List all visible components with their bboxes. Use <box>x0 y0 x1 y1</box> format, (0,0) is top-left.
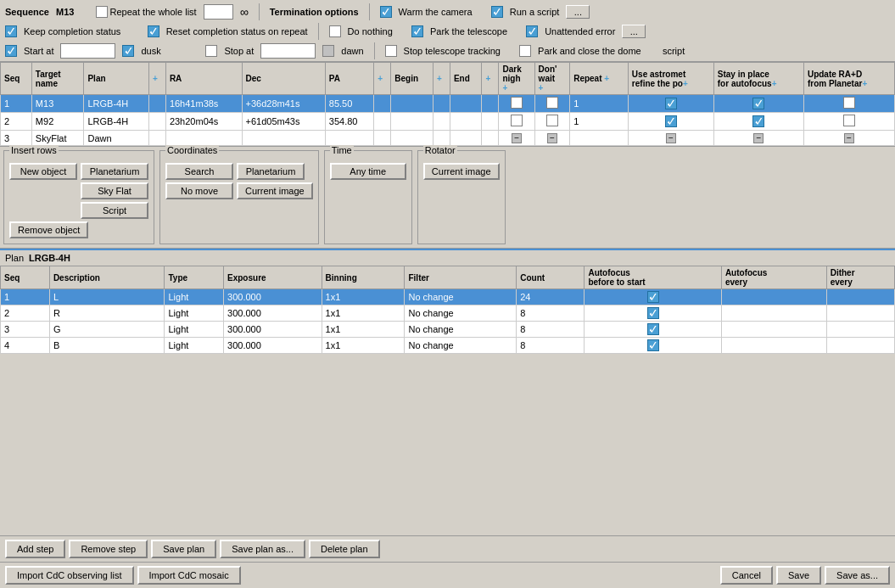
script-label: script <box>663 46 685 56</box>
run-script-dots-btn[interactable]: ... <box>566 5 590 19</box>
plan-label: Plan <box>5 253 24 263</box>
termination-label: Termination options <box>270 7 359 17</box>
unattended-error-checkbox[interactable] <box>526 25 538 37</box>
dawn-label: dawn <box>341 46 363 56</box>
close-dome-label: Park and close the dome <box>538 46 641 56</box>
begin-col-header: Begin <box>391 63 434 95</box>
coord-current-image-btn[interactable]: Current image <box>237 182 313 199</box>
repeat-checkbox[interactable] <box>96 6 108 18</box>
ra-col-header: RA <box>165 63 242 95</box>
sky-flat-btn[interactable]: Sky Flat <box>81 182 148 199</box>
seq-table-row[interactable]: 2M92LRGB-4H23h20m04s+61d05m43s354.801 <box>1 113 895 131</box>
target-col-header: Targetname <box>31 63 84 95</box>
seq-checkbox[interactable] <box>511 115 523 126</box>
plan-col-header: Plan <box>84 63 148 95</box>
run-script-checkbox[interactable] <box>491 6 503 18</box>
start-time-input[interactable]: 22:09:49 <box>60 43 115 59</box>
save-plan-as-btn[interactable]: Save plan as... <box>220 540 305 558</box>
start-at-label: Start at <box>24 46 53 56</box>
plan-autofocus-start-header: Autofocusbefore to start <box>585 266 721 289</box>
save-btn[interactable]: Save <box>776 566 821 585</box>
dec-col-header: Dec <box>242 63 325 95</box>
plan-desc-header: Description <box>49 266 165 289</box>
seq-checkbox[interactable] <box>546 97 558 109</box>
stop-at-checkbox[interactable] <box>205 45 217 57</box>
rotator-title: Rotator <box>423 145 457 155</box>
plan-checkbox[interactable] <box>647 339 659 351</box>
seq-table-row[interactable]: 3SkyFlatDawn−−−−− <box>1 131 895 146</box>
park-telescope-checkbox[interactable] <box>411 25 423 37</box>
any-time-btn[interactable]: Any time <box>330 163 406 180</box>
stayplace-col-header: Stay in placefor autofocus+ <box>713 63 803 95</box>
keep-completion-checkbox[interactable] <box>5 25 17 37</box>
stop-tracking-checkbox[interactable] <box>385 45 397 57</box>
seq-checkbox[interactable] <box>752 98 764 109</box>
plan-table-row[interactable]: 4BLight300.0001x1No change8 <box>1 338 895 354</box>
park-telescope-label: Park the telescope <box>430 26 507 36</box>
start-at-checkbox[interactable] <box>5 45 17 57</box>
pa-add-col-header[interactable]: + <box>374 63 391 95</box>
insert-rows-title: Insert rows <box>9 145 59 155</box>
save-as-btn[interactable]: Save as... <box>825 566 890 585</box>
dusk-checkbox[interactable] <box>122 45 134 57</box>
plan-table-header-row: Seq Description Type Exposure Binning Fi… <box>1 266 895 289</box>
close-dome-checkbox[interactable] <box>519 45 531 57</box>
time-title: Time <box>330 145 354 155</box>
search-btn[interactable]: Search <box>165 163 233 180</box>
import-cdc-btn[interactable]: Import CdC observing list <box>5 566 134 585</box>
plan-dither-header: Ditherevery <box>826 266 894 289</box>
plan-exposure-header: Exposure <box>224 266 322 289</box>
repeat-value-input[interactable]: 1 <box>204 4 233 20</box>
do-nothing-checkbox[interactable] <box>329 25 341 37</box>
remove-object-btn[interactable]: Remove object <box>9 221 88 238</box>
stop-time-input[interactable]: 05:31:06 <box>260 43 316 59</box>
astrometry-col-header: Use astrometrefine the po+ <box>628 63 713 95</box>
sequence-name: M13 <box>56 7 74 17</box>
seq-table-header-row: Seq Targetname Plan + RA Dec PA + Begin … <box>1 63 895 95</box>
rotator-current-image-btn[interactable]: Current image <box>423 163 500 180</box>
repeat-col-header: Repeat + <box>570 63 629 95</box>
no-move-btn[interactable]: No move <box>165 182 233 199</box>
plan-add-col-header[interactable]: + <box>148 63 165 95</box>
plan-table-row[interactable]: 1LLight300.0001x1No change24 <box>1 289 895 305</box>
reset-completion-checkbox[interactable] <box>148 25 159 37</box>
plan-type-header: Type <box>165 266 224 289</box>
begin-add-col-header[interactable]: + <box>433 63 450 95</box>
delete-plan-btn[interactable]: Delete plan <box>309 540 380 558</box>
plan-table-row[interactable]: 2RLight300.0001x1No change8 <box>1 305 895 322</box>
rotator-panel: Rotator Current image <box>417 150 506 244</box>
sequence-label: Sequence <box>5 7 49 17</box>
do-nothing-label: Do nothing <box>348 26 393 36</box>
plan-checkbox[interactable] <box>647 307 659 319</box>
seq-checkbox[interactable] <box>546 115 558 126</box>
seq-checkbox[interactable] <box>843 97 855 109</box>
seq-col-header: Seq <box>1 63 32 95</box>
coord-planetarium-btn[interactable]: Planetarium <box>237 163 305 180</box>
plan-autofocus-every-header: Autofocusevery <box>721 266 826 289</box>
seq-checkbox[interactable] <box>665 98 677 109</box>
plan-checkbox[interactable] <box>647 291 659 303</box>
script-btn[interactable]: Script <box>81 202 148 219</box>
plan-table-row[interactable]: 3GLight300.0001x1No change8 <box>1 322 895 338</box>
plan-binning-header: Binning <box>322 266 405 289</box>
add-step-btn[interactable]: Add step <box>5 540 65 558</box>
import-mosaic-btn[interactable]: Import CdC mosaic <box>137 566 241 585</box>
seq-checkbox[interactable] <box>665 115 677 127</box>
insert-planetarium-btn[interactable]: Planetarium <box>81 163 148 180</box>
new-object-btn[interactable]: New object <box>9 163 77 180</box>
unattended-error-dots-btn[interactable]: ... <box>622 25 646 38</box>
seq-checkbox[interactable] <box>511 97 523 109</box>
dusk-label: dusk <box>141 46 160 56</box>
warm-camera-checkbox[interactable] <box>380 6 392 18</box>
infinity-symbol: ∞ <box>240 5 249 19</box>
seq-checkbox[interactable] <box>752 115 764 127</box>
plan-checkbox[interactable] <box>647 323 659 335</box>
save-plan-btn[interactable]: Save plan <box>151 540 216 558</box>
seq-checkbox[interactable] <box>843 115 855 126</box>
seq-table-row[interactable]: 1M13LRGB-4H16h41m38s+36d28m41s85.501 <box>1 95 895 113</box>
dawn-checkbox[interactable] <box>322 45 334 57</box>
cancel-btn[interactable]: Cancel <box>720 566 773 585</box>
end-add-col-header[interactable]: + <box>482 63 499 95</box>
remove-step-btn[interactable]: Remove step <box>69 540 148 558</box>
insert-rows-panel: Insert rows New object Planetarium Sky F… <box>3 150 154 244</box>
